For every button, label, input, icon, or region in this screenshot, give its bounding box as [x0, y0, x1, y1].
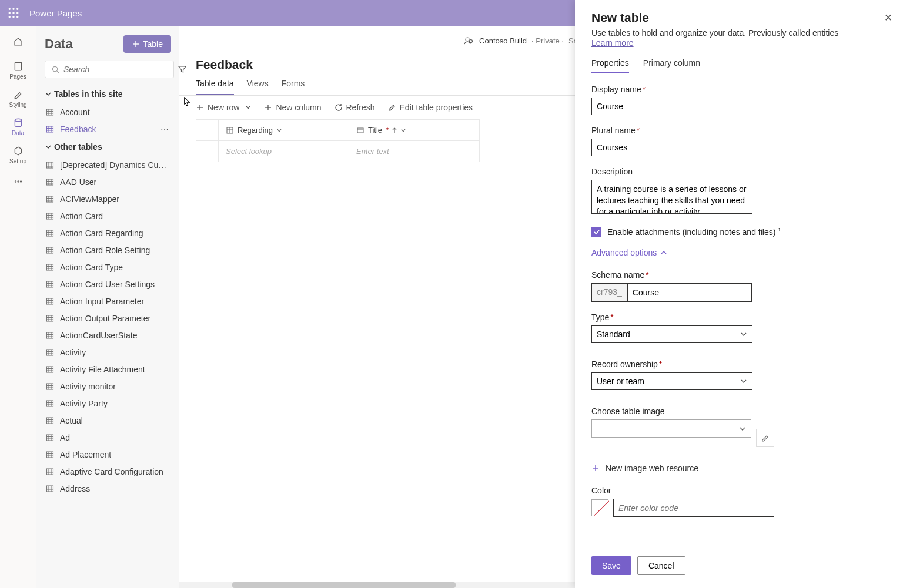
- table-item[interactable]: Activity Party: [36, 395, 177, 412]
- select-ownership[interactable]: User or team: [591, 372, 752, 390]
- table-item[interactable]: Account⋯: [36, 103, 177, 120]
- input-description[interactable]: [591, 180, 752, 214]
- table-item[interactable]: [Deprecated] Dynamics Cust...: [36, 156, 177, 173]
- input-display-name[interactable]: [591, 98, 752, 115]
- new-table-button[interactable]: Table: [123, 35, 171, 53]
- cancel-button[interactable]: Cancel: [637, 556, 685, 575]
- tab-forms[interactable]: Forms: [282, 79, 305, 95]
- table-item[interactable]: Action Input Parameter: [36, 293, 177, 310]
- search-input[interactable]: [45, 61, 174, 78]
- table-item[interactable]: Activity File Attachment: [36, 361, 177, 378]
- svg-point-1: [12, 8, 14, 10]
- svg-rect-89: [47, 367, 53, 372]
- svg-rect-119: [47, 469, 53, 475]
- refresh-button[interactable]: Refresh: [335, 103, 375, 112]
- learn-more-link[interactable]: Learn more: [591, 38, 634, 48]
- panel-desc: Use tables to hold and organize your dat…: [591, 28, 887, 38]
- table-item[interactable]: Action Card Regarding: [36, 224, 177, 241]
- svg-point-13: [17, 181, 18, 182]
- sidebar-title: Data: [45, 36, 73, 52]
- rail-pages[interactable]: Pages: [0, 56, 36, 85]
- svg-rect-135: [227, 127, 233, 133]
- group-other-tables[interactable]: Other tables: [36, 137, 177, 156]
- table-item[interactable]: AAD User: [36, 173, 177, 190]
- tab-table-data[interactable]: Table data: [196, 79, 234, 95]
- cell-lookup[interactable]: Select lookup: [219, 141, 349, 162]
- rail-more[interactable]: [0, 172, 36, 193]
- svg-rect-64: [47, 281, 53, 287]
- new-column-button[interactable]: New column: [264, 103, 321, 112]
- edit-image-button[interactable]: [756, 429, 774, 447]
- edit-properties-button[interactable]: Edit table properties: [388, 103, 473, 112]
- table-item[interactable]: ACIViewMapper: [36, 190, 177, 207]
- label-schema: Schema name*: [591, 270, 887, 280]
- svg-point-6: [9, 16, 11, 18]
- input-schema-name[interactable]: [627, 284, 752, 301]
- cell-text[interactable]: Enter text: [349, 141, 480, 162]
- svg-rect-39: [47, 196, 53, 202]
- svg-rect-79: [47, 332, 53, 338]
- svg-rect-9: [15, 62, 21, 70]
- checkbox-attachments[interactable]: [591, 227, 601, 237]
- table-item[interactable]: Action Card Type: [36, 258, 177, 275]
- table-item[interactable]: Activity monitor: [36, 378, 177, 395]
- table-item[interactable]: Ad Placement: [36, 446, 177, 463]
- close-icon[interactable]: ✕: [884, 12, 892, 24]
- select-all-checkbox[interactable]: [196, 120, 219, 141]
- row-checkbox[interactable]: [196, 141, 219, 162]
- table-item[interactable]: Action Card Role Setting: [36, 241, 177, 258]
- rail-home[interactable]: [0, 33, 36, 51]
- svg-point-3: [9, 12, 11, 14]
- tab-views[interactable]: Views: [247, 79, 269, 95]
- input-plural-name[interactable]: [591, 139, 752, 156]
- group-site-tables[interactable]: Tables in this site: [36, 85, 177, 103]
- svg-rect-84: [47, 350, 53, 355]
- new-image-resource-button[interactable]: New image web resource: [591, 463, 698, 473]
- rail-styling[interactable]: Styling: [0, 85, 36, 113]
- svg-rect-109: [47, 435, 53, 441]
- table-item[interactable]: Action Card User Settings: [36, 275, 177, 293]
- label-type: Type*: [591, 313, 887, 322]
- tab-properties[interactable]: Properties: [591, 58, 629, 73]
- app-title: Power Pages: [29, 8, 82, 18]
- table-item[interactable]: Action Output Parameter: [36, 310, 177, 327]
- select-table-image[interactable]: [591, 419, 751, 438]
- svg-point-12: [15, 181, 16, 182]
- save-button[interactable]: Save: [591, 556, 631, 575]
- column-regarding[interactable]: Regarding: [219, 120, 349, 141]
- table-item[interactable]: Ad: [36, 429, 177, 446]
- label-attachments: Enable attachments (including notes and …: [607, 227, 781, 237]
- svg-point-14: [20, 181, 21, 182]
- table-item[interactable]: ActionCardUserState: [36, 327, 177, 344]
- advanced-options-toggle[interactable]: Advanced options: [591, 248, 667, 257]
- input-color[interactable]: [613, 499, 774, 517]
- table-item[interactable]: Feedback⋯: [36, 120, 177, 137]
- column-title[interactable]: Title*: [349, 120, 480, 141]
- svg-point-2: [16, 8, 18, 10]
- rail-setup[interactable]: Set up: [0, 141, 36, 169]
- table-item[interactable]: Activity: [36, 344, 177, 361]
- tab-primary-column[interactable]: Primary column: [643, 58, 700, 73]
- schema-prefix: cr793_: [592, 284, 627, 301]
- svg-marker-11: [15, 147, 21, 155]
- rail-data[interactable]: Data: [0, 113, 36, 141]
- label-ownership: Record ownership*: [591, 359, 887, 369]
- svg-rect-59: [47, 264, 53, 270]
- waffle-icon[interactable]: [8, 8, 19, 18]
- table-item[interactable]: Adaptive Card Configuration: [36, 463, 177, 480]
- svg-rect-104: [47, 418, 53, 424]
- table-item[interactable]: Actual: [36, 412, 177, 429]
- color-swatch[interactable]: [591, 499, 608, 516]
- new-row-button[interactable]: New row: [196, 103, 239, 112]
- svg-rect-19: [47, 109, 53, 115]
- table-item[interactable]: Address: [36, 480, 177, 497]
- table-item[interactable]: Action Card: [36, 207, 177, 224]
- svg-point-5: [16, 12, 18, 14]
- filter-button[interactable]: [178, 60, 187, 79]
- select-type[interactable]: Standard: [591, 325, 752, 343]
- new-row-chevron[interactable]: [245, 105, 251, 110]
- svg-point-17: [52, 66, 57, 71]
- svg-rect-94: [47, 384, 53, 389]
- panel-title: New table: [591, 11, 887, 25]
- data-sidebar: Data Table Tables in this site Account⋯F…: [36, 26, 179, 588]
